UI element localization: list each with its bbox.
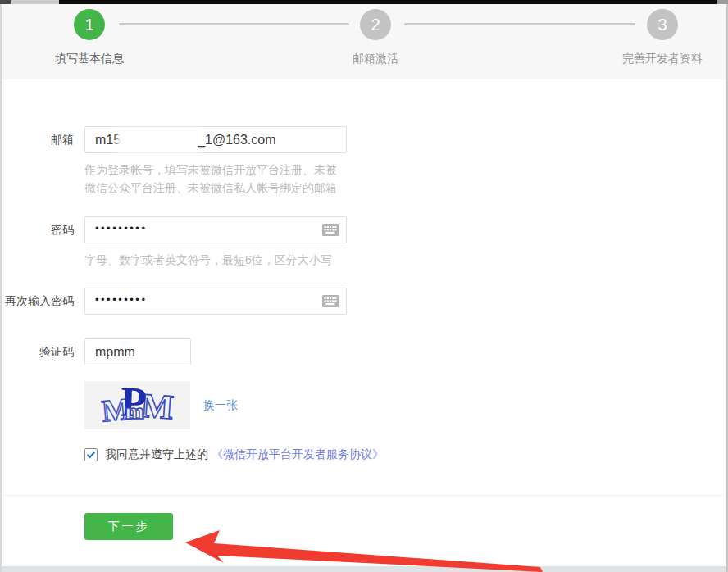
submit-row: 下一步 (84, 513, 728, 540)
step-1-label: 填写基本信息 (55, 52, 124, 66)
step-2-label: 邮箱激活 (353, 52, 398, 66)
captcha-value: mpmm (95, 345, 135, 360)
next-step-button[interactable]: 下一步 (84, 513, 173, 540)
step-2-circle: 2 (360, 9, 391, 40)
agreement-link[interactable]: 《微信开放平台开发者服务协议》 (212, 447, 384, 462)
registration-form: 邮箱 m15_1@163.com 作为登录帐号，填写未被微信开放平台注册、未被 … (0, 126, 728, 540)
keyboard-icon[interactable] (322, 295, 339, 311)
password-helper-text: 字母、数字或者英文符号，最短6位，区分大小写 (84, 251, 363, 269)
password-confirm-input[interactable]: ••••••••• (84, 288, 347, 315)
step-1-circle: 1 (74, 9, 105, 40)
step-3-number: 3 (657, 16, 667, 34)
password-confirm-value: ••••••••• (95, 293, 147, 306)
section-divider (4, 495, 723, 496)
email-value-suffix: _1@163.com (198, 133, 275, 148)
step-3-circle: 3 (647, 9, 678, 40)
email-row: 邮箱 m15_1@163.com (0, 126, 728, 153)
agreement-text: 我同意并遵守上述的 (105, 447, 208, 462)
email-value-prefix: m15 (95, 133, 121, 148)
captcha-label: 验证码 (0, 345, 74, 360)
agreement-checkbox[interactable] (84, 448, 98, 461)
password-label: 密码 (0, 223, 74, 238)
agreement-row: 我同意并遵守上述的 《微信开放平台开发者服务协议》 (84, 447, 728, 462)
captcha-image: M P m M (84, 381, 190, 429)
password-row: 密码 ••••••••• (0, 216, 728, 243)
step-connector-1 (119, 23, 349, 25)
redacted-text (121, 132, 197, 148)
email-helper-text: 作为登录帐号，填写未被微信开放平台注册、未被 微信公众平台注册、未被微信私人帐号… (84, 161, 363, 197)
captcha-image-row: M P m M 换一张 (84, 381, 728, 429)
captcha-input[interactable]: mpmm (84, 338, 191, 365)
email-input[interactable]: m15_1@163.com (84, 126, 347, 153)
keyboard-icon[interactable] (322, 224, 339, 239)
password-confirm-row: 再次输入密码 ••••••••• (0, 288, 728, 315)
email-label: 邮箱 (0, 133, 74, 148)
step-3-label: 完善开发者资料 (622, 52, 703, 66)
captcha-letter: m (125, 400, 143, 423)
step-2-number: 2 (371, 16, 380, 34)
password-value: ••••••••• (95, 222, 147, 234)
captcha-refresh-link[interactable]: 换一张 (203, 398, 238, 413)
step-connector-2 (404, 23, 635, 25)
step-1-number: 1 (84, 16, 93, 34)
password-confirm-label: 再次输入密码 (0, 294, 74, 309)
check-icon (86, 451, 96, 459)
password-input[interactable]: ••••••••• (84, 216, 347, 243)
bottom-edge (0, 566, 728, 572)
registration-stepper: 1 2 3 填写基本信息 邮箱激活 完善开发者资料 (0, 4, 728, 79)
captcha-row: 验证码 mpmm (0, 338, 728, 365)
window-left-edge (0, 4, 2, 572)
